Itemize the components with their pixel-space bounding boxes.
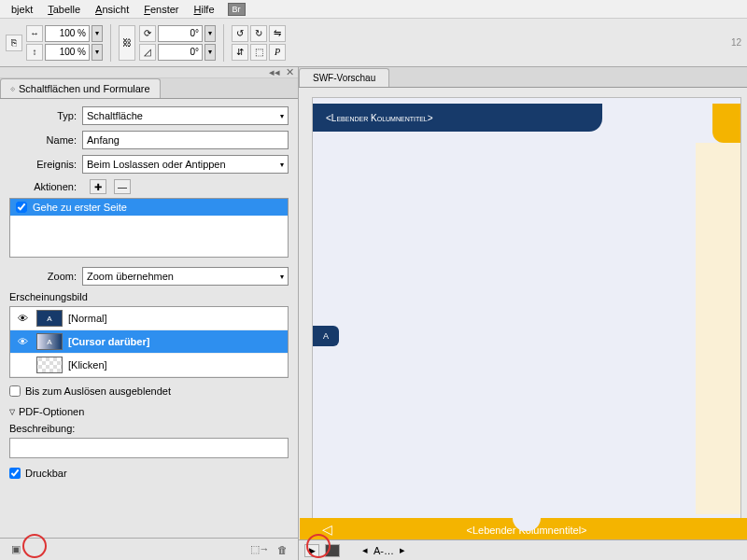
menu-fenster[interactable]: Fenster bbox=[136, 2, 186, 17]
cream-sidebar bbox=[696, 143, 740, 514]
label-aktionen: Aktionen: bbox=[9, 181, 82, 192]
scale-y-dropdown[interactable]: ▾ bbox=[92, 44, 103, 61]
rotate-input[interactable] bbox=[158, 25, 203, 42]
menu-tabelle[interactable]: Tabelle bbox=[40, 2, 88, 17]
action-list[interactable]: Gehe zu erster Seite bbox=[9, 198, 289, 258]
chk-hidden-until-trigger[interactable] bbox=[9, 385, 21, 397]
page-number-display: 12 bbox=[731, 37, 741, 48]
play-button[interactable]: ▶ bbox=[304, 544, 319, 557]
state-label: [Klicken] bbox=[68, 359, 107, 371]
state-thumb bbox=[36, 357, 63, 373]
action-item-label: Gehe zu erster Seite bbox=[33, 202, 127, 213]
state-click[interactable]: [Klicken] bbox=[10, 354, 288, 377]
nav-button-a[interactable]: A bbox=[313, 326, 339, 346]
link-icon[interactable]: ⎘ bbox=[6, 35, 22, 51]
appearance-list: 👁 A [Normal] 👁 A [Cursor darüber] [Klick… bbox=[9, 306, 289, 378]
label-erscheinungsbild: Erscheinungsbild bbox=[9, 291, 289, 302]
scale-x-dropdown[interactable]: ▾ bbox=[92, 25, 103, 42]
scale-y-input[interactable] bbox=[45, 44, 90, 61]
remove-action-button[interactable]: — bbox=[114, 179, 131, 194]
running-header-top: <Lebender Kolumnentitel> bbox=[313, 104, 602, 132]
chk-druckbar-label: Druckbar bbox=[25, 468, 67, 479]
action-item-checkbox[interactable] bbox=[16, 202, 27, 213]
scale-x-icon: ↔ bbox=[26, 25, 43, 42]
page-indicator: A-… bbox=[374, 545, 394, 556]
add-action-button[interactable]: ✚ bbox=[90, 179, 106, 194]
select-ereignis[interactable]: Beim Loslassen oder Antippen▾ bbox=[82, 155, 289, 174]
input-name[interactable] bbox=[82, 131, 289, 149]
rotate-icon: ⟳ bbox=[139, 25, 156, 42]
shear-icon: ◿ bbox=[139, 44, 156, 61]
rotate-ccw-icon[interactable]: ↺ bbox=[232, 25, 248, 42]
prev-arrow-icon[interactable]: ◁ bbox=[322, 522, 332, 537]
preview-column: SWF-Vorschau <Lebender Kolumnentitel> A … bbox=[299, 67, 747, 560]
label-beschreibung: Beschreibung: bbox=[9, 423, 289, 434]
pdf-options-label: PDF-Optionen bbox=[19, 406, 84, 417]
bridge-button[interactable]: Br bbox=[228, 3, 246, 16]
anchor-icon: ⟐ bbox=[10, 84, 15, 93]
document-stage[interactable]: <Lebender Kolumnentitel> A ◁ <Lebender K… bbox=[299, 88, 747, 539]
panel-close-icon[interactable]: ✕ bbox=[286, 66, 294, 78]
document-page: <Lebender Kolumnentitel> A ◁ <Lebender K… bbox=[312, 97, 741, 539]
shear-dropdown[interactable]: ▾ bbox=[204, 44, 216, 61]
label-typ: Typ: bbox=[9, 110, 82, 121]
panel-column: ◂◂ ✕ ⟐ Schaltflächen und Formulare Typ: … bbox=[0, 67, 299, 560]
visibility-icon[interactable]: 👁 bbox=[14, 313, 31, 324]
select-container-icon[interactable]: ⬚ bbox=[250, 44, 267, 61]
rotate-cw-icon[interactable]: ↻ bbox=[250, 25, 267, 42]
menu-hilfe[interactable]: Hilfe bbox=[187, 2, 222, 17]
state-label: [Normal] bbox=[68, 313, 107, 324]
chk-hidden-label: Bis zum Auslösen ausgeblendet bbox=[25, 385, 171, 397]
control-toolbar: ⎘ ↔ ▾ ↕ ▾ ⛓ ⟳ ▾ ◿ ▾ ↺ ↻ ⇋ bbox=[0, 19, 747, 67]
preview-footer: ▶ ■ ◂ A-… ▸ bbox=[299, 539, 747, 560]
corner-tab-yellow bbox=[712, 104, 740, 143]
paragraph-style-icon[interactable]: P bbox=[269, 44, 286, 61]
panel-tab-label: Schaltflächen und Formulare bbox=[19, 83, 150, 94]
tab-swf-vorschau[interactable]: SWF-Vorschau bbox=[299, 68, 389, 87]
flip-h-icon[interactable]: ⇋ bbox=[269, 25, 286, 42]
select-typ[interactable]: Schaltfläche▾ bbox=[82, 106, 289, 125]
state-thumb: A bbox=[36, 333, 63, 350]
disclosure-triangle-icon: ▽ bbox=[9, 408, 15, 416]
page-nav-next-icon[interactable]: ▸ bbox=[400, 544, 405, 556]
state-thumb: A bbox=[36, 310, 63, 327]
label-zoom: Zoom: bbox=[9, 271, 82, 282]
panel-tab-buttons-forms[interactable]: ⟐ Schaltflächen und Formulare bbox=[0, 78, 161, 98]
convert-object-button[interactable]: ⬚→ bbox=[251, 542, 268, 557]
menu-ansicht[interactable]: Ansicht bbox=[88, 2, 136, 17]
scale-y-icon: ↕ bbox=[26, 44, 43, 61]
state-hover[interactable]: 👁 A [Cursor darüber] bbox=[10, 330, 288, 354]
label-ereignis: Ereignis: bbox=[9, 159, 82, 170]
label-name: Name: bbox=[9, 134, 82, 146]
chain-toggle-icon[interactable]: ⛓ bbox=[119, 25, 135, 61]
visibility-icon[interactable]: 👁 bbox=[14, 336, 31, 347]
input-beschreibung[interactable] bbox=[9, 438, 289, 458]
flip-v-icon[interactable]: ⇵ bbox=[232, 44, 248, 61]
menu-objekt[interactable]: bjekt bbox=[4, 2, 40, 17]
chk-druckbar[interactable] bbox=[9, 468, 21, 479]
panel-collapse-icon[interactable]: ◂◂ bbox=[269, 66, 280, 78]
preview-spread-button[interactable]: ▣ bbox=[7, 542, 24, 557]
shear-input[interactable] bbox=[158, 44, 203, 61]
trash-button[interactable]: 🗑 bbox=[274, 542, 290, 557]
state-normal[interactable]: 👁 A [Normal] bbox=[10, 307, 288, 330]
running-footer-bottom: ◁ <Lebender Kolumnentitel> bbox=[300, 518, 747, 539]
pdf-options-disclosure[interactable]: ▽ PDF-Optionen bbox=[9, 406, 289, 417]
menubar: bjekt Tabelle Ansicht Fenster Hilfe Br bbox=[0, 0, 747, 19]
page-nav-prev-icon[interactable]: ◂ bbox=[362, 544, 368, 556]
action-item-goto-first[interactable]: Gehe zu erster Seite bbox=[10, 199, 288, 216]
state-label: [Cursor darüber] bbox=[68, 336, 149, 347]
stop-button[interactable]: ■ bbox=[325, 544, 340, 557]
select-zoom[interactable]: Zoom übernehmen▾ bbox=[82, 267, 289, 286]
scale-x-input[interactable] bbox=[45, 25, 90, 42]
rotate-dropdown[interactable]: ▾ bbox=[204, 25, 216, 42]
